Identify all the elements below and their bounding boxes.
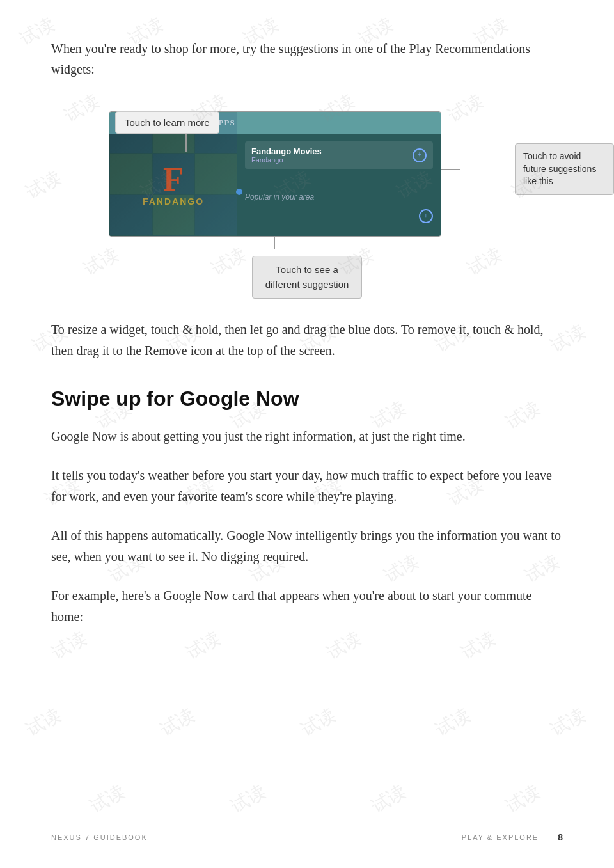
thumb-4 xyxy=(109,154,152,195)
watermark: 试读 xyxy=(367,780,410,819)
watermark: 试读 xyxy=(156,703,199,742)
blue-resize-dot xyxy=(236,189,242,195)
callout-avoid: Touch to avoid future suggestions like t… xyxy=(515,143,614,195)
widget-illustration: Touch to learn more ▶ RECOMMENDED APPS xyxy=(109,111,505,299)
add-circle-btn[interactable]: + xyxy=(413,148,427,162)
intro-paragraph: When you're ready to shop for more, try … xyxy=(51,38,563,79)
paragraph-google-now-1: Google Now is about getting you just the… xyxy=(51,426,563,447)
thumb-6 xyxy=(194,154,237,195)
thumb-5 xyxy=(152,154,195,195)
add-circle-btn-2[interactable]: + xyxy=(419,209,433,223)
app-tag: Popular in your area xyxy=(245,190,433,204)
callout-right-line xyxy=(441,169,460,170)
watermark: 试读 xyxy=(546,703,589,742)
callout-bottom-wrapper: Touch to see a different suggestion xyxy=(109,256,505,299)
resize-paragraph: To resize a widget, touch & hold, then l… xyxy=(51,319,563,361)
watermark: 试读 xyxy=(86,780,129,819)
footer-page-number: 8 xyxy=(558,832,563,842)
callout-learn-more: Touch to learn more xyxy=(115,111,219,134)
app-card-info: Fandango Movies Fandango xyxy=(251,146,413,164)
watermark: 试读 xyxy=(226,780,269,819)
footer-divider xyxy=(51,823,563,823)
widget-body: F FANDANGO Fandango Movies Fandango + xyxy=(109,134,441,236)
app-company: Fandango xyxy=(251,156,413,164)
watermark: 试读 xyxy=(431,703,474,742)
footer-chapter: PLAY & EXPLORE xyxy=(462,833,539,841)
widget-right-panel: Fandango Movies Fandango + Popular in yo… xyxy=(237,134,441,236)
page-footer: NEXUS 7 GUIDEBOOK PLAY & EXPLORE 8 xyxy=(0,823,614,842)
thumb-8 xyxy=(152,194,195,236)
callout-bottom-connector xyxy=(274,237,275,249)
watermark: 试读 xyxy=(297,703,340,742)
callout-bottom-line2: different suggestion xyxy=(265,279,349,290)
callout-avoid-text: Touch to avoid future suggestions like t… xyxy=(523,151,596,186)
thumb-9 xyxy=(194,194,237,236)
footer-content: NEXUS 7 GUIDEBOOK PLAY & EXPLORE 8 xyxy=(51,832,563,842)
paragraph-google-now-2: It tells you today's weather before you … xyxy=(51,465,563,507)
widget-spacer xyxy=(245,174,433,185)
section-heading-google-now: Swipe up for Google Now xyxy=(51,387,563,411)
content-area: When you're ready to shop for more, try … xyxy=(0,0,614,697)
watermark: 试读 xyxy=(501,780,544,819)
footer-book-title: NEXUS 7 GUIDEBOOK xyxy=(51,833,148,841)
paragraph-google-now-3: All of this happens automatically. Googl… xyxy=(51,525,563,567)
paragraph-google-now-4: For example, here's a Google Now card th… xyxy=(51,585,563,627)
app-card-top: Fandango Movies Fandango + xyxy=(245,141,433,169)
callout-bottom-line1: Touch to see a xyxy=(276,264,338,275)
callout-different: Touch to see a different suggestion xyxy=(252,256,363,299)
widget-left-panel: F FANDANGO xyxy=(109,134,237,236)
watermark: 试读 xyxy=(22,703,65,742)
callout-top-line xyxy=(185,133,187,152)
footer-right: PLAY & EXPLORE 8 xyxy=(462,832,563,842)
thumb-7 xyxy=(109,194,152,236)
app-name: Fandango Movies xyxy=(251,146,413,156)
